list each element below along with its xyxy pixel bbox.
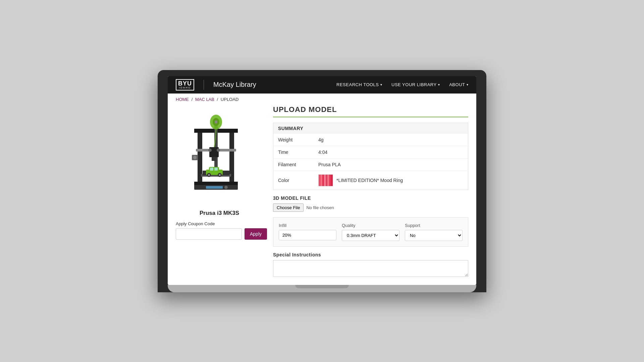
summary-header: SUMMARY	[273, 123, 468, 134]
svg-rect-0	[198, 129, 202, 186]
filament-label: Filament	[273, 158, 314, 171]
idaho-text: IDAHO	[179, 86, 191, 89]
file-section: 3D MODEL FILE Choose File No file chosen	[273, 195, 468, 212]
svg-point-27	[224, 186, 228, 189]
quality-select[interactable]: 0.1mm DETAIL 0.2mm QUALITY 0.3mm DRAFT 0…	[342, 230, 399, 241]
svg-rect-22	[214, 168, 218, 171]
instructions-section: Special Instructions	[273, 252, 468, 278]
chevron-down-icon: ▾	[380, 83, 382, 86]
chevron-down-icon: ▾	[467, 83, 469, 86]
laptop-base	[168, 285, 476, 292]
svg-point-14	[217, 148, 220, 152]
nav-use-library[interactable]: USE YOUR LIBRARY ▾	[391, 82, 440, 87]
nav-divider	[204, 80, 204, 90]
svg-rect-1	[229, 129, 234, 186]
table-row: Time 4:04	[273, 146, 468, 158]
svg-rect-34	[329, 175, 331, 186]
summary-section: SUMMARY Weight 4g Time 4:04	[273, 123, 468, 190]
svg-rect-33	[327, 175, 329, 186]
no-file-text: No file chosen	[306, 205, 334, 210]
instructions-label: Special Instructions	[273, 252, 468, 257]
left-panel: Prusa i3 MK3S Apply Coupon Code Apply	[176, 105, 263, 278]
coupon-label: Apply Coupon Code	[176, 221, 263, 226]
site-name: McKay Library	[213, 81, 256, 88]
quality-group: Quality 0.1mm DETAIL 0.2mm QUALITY 0.3mm…	[342, 223, 399, 241]
weight-label: Weight	[273, 134, 314, 146]
support-group: Support No Yes	[405, 223, 463, 241]
choose-file-button[interactable]: Choose File	[273, 203, 304, 212]
svg-point-19	[208, 174, 210, 176]
table-row: Weight 4g	[273, 134, 468, 146]
color-swatch	[318, 174, 333, 186]
breadcrumb: HOME / MAC LAB / UPLOAD	[168, 94, 476, 105]
breadcrumb-home[interactable]: HOME	[176, 97, 189, 102]
settings-row: Infill Quality 0.1mm DETAIL 0.2mm QUALIT…	[273, 217, 468, 247]
instructions-textarea[interactable]	[273, 260, 468, 277]
svg-point-24	[193, 156, 197, 159]
weight-value: 4g	[314, 134, 468, 146]
table-row: Filament Prusa PLA	[273, 158, 468, 171]
svg-rect-11	[209, 147, 219, 157]
svg-rect-12	[212, 157, 216, 161]
svg-rect-26	[206, 186, 223, 189]
nav-about[interactable]: ABOUT ▾	[449, 82, 468, 87]
color-value: *LIMITED EDITION* Mood Ring	[314, 171, 468, 190]
table-row: Color	[273, 171, 468, 190]
coupon-input[interactable]	[176, 228, 242, 240]
page-title: UPLOAD MODEL	[273, 105, 468, 117]
infill-label: Infill	[279, 223, 336, 228]
color-label: Color	[273, 171, 314, 190]
filament-value: Prusa PLA	[314, 158, 468, 171]
breadcrumb-mac-lab[interactable]: MAC LAB	[195, 97, 214, 102]
svg-rect-35	[331, 175, 333, 186]
apply-button[interactable]: Apply	[245, 228, 267, 240]
chevron-down-icon: ▾	[438, 83, 440, 86]
infill-input[interactable]	[279, 230, 336, 240]
byu-text: BYU	[178, 80, 192, 86]
svg-rect-29	[321, 175, 322, 186]
color-name: *LIMITED EDITION* Mood Ring	[336, 178, 403, 183]
coupon-row: Apply	[176, 228, 263, 240]
nav-research-tools[interactable]: RESEARCH TOOLS ▾	[336, 82, 382, 87]
printer-svg	[179, 109, 253, 202]
svg-rect-28	[319, 175, 321, 186]
breadcrumb-current: UPLOAD	[221, 97, 238, 102]
svg-point-20	[219, 174, 221, 176]
infill-group: Infill	[279, 223, 336, 241]
brand-area: BYU IDAHO McKay Library	[176, 79, 256, 90]
svg-rect-21	[210, 168, 213, 171]
svg-rect-31	[324, 175, 326, 186]
right-panel: UPLOAD MODEL SUMMARY Weight 4g Time 4:	[273, 105, 468, 278]
printer-image	[176, 105, 256, 206]
svg-rect-32	[326, 175, 327, 186]
svg-point-9	[215, 120, 217, 124]
byu-logo: BYU IDAHO	[176, 79, 194, 90]
support-select[interactable]: No Yes	[405, 230, 463, 241]
navigation: BYU IDAHO McKay Library RESEARCH TOOLS ▾…	[168, 76, 476, 94]
printer-name: Prusa i3 MK3S	[176, 210, 263, 217]
quality-label: Quality	[342, 223, 399, 228]
support-label: Support	[405, 223, 463, 228]
time-label: Time	[273, 146, 314, 158]
svg-rect-30	[322, 175, 324, 186]
svg-point-13	[208, 148, 212, 152]
file-label: 3D MODEL FILE	[273, 195, 468, 201]
nav-links: RESEARCH TOOLS ▾ USE YOUR LIBRARY ▾ ABOU…	[336, 82, 468, 87]
file-row: Choose File No file chosen	[273, 203, 468, 212]
summary-table: Weight 4g Time 4:04 Filament Prusa PLA	[273, 134, 468, 190]
main-content: Prusa i3 MK3S Apply Coupon Code Apply UP…	[168, 105, 476, 285]
time-value: 4:04	[314, 146, 468, 158]
